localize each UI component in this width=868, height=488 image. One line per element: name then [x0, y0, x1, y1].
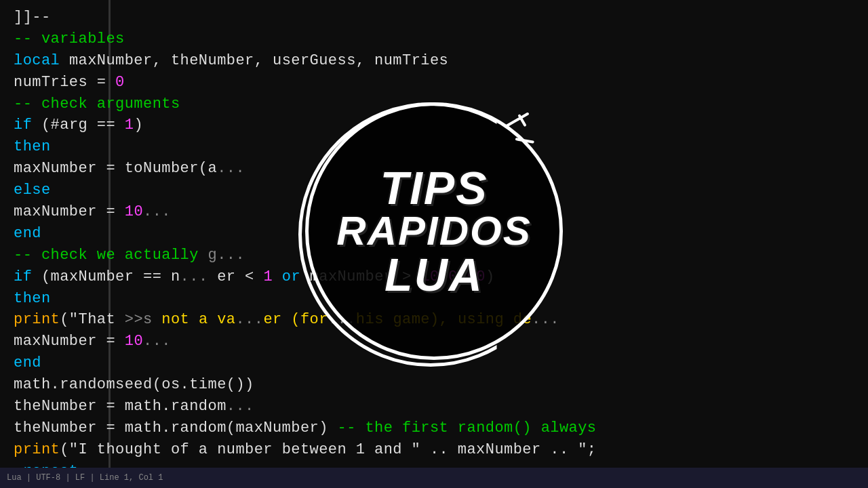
- logo-lua: LUA: [384, 251, 484, 298]
- code-line-23: math.randomseed(os.time()): [14, 374, 868, 396]
- code-line-25: theNumber = math.random(maxNumber) -- th…: [14, 418, 868, 439]
- code-line-1: ]]--: [14, 7, 868, 28]
- code-line-24: theNumber = math.random...: [14, 396, 868, 418]
- logo-rapidos: RAPIDOS: [336, 211, 531, 251]
- code-line-26: print("I thought of a number between 1 a…: [14, 439, 868, 461]
- logo-tips: TIPS: [380, 165, 488, 211]
- bottom-bar-text: Lua | UTF-8 | LF | Line 1, Col 1: [7, 473, 163, 483]
- code-line-6: numTries = 0: [14, 72, 868, 94]
- code-line-4: local maxNumber, theNumber, userGuess, n…: [14, 50, 868, 72]
- bottom-bar: Lua | UTF-8 | LF | Line 1, Col 1: [0, 468, 868, 488]
- code-line-3: -- variables: [14, 28, 868, 50]
